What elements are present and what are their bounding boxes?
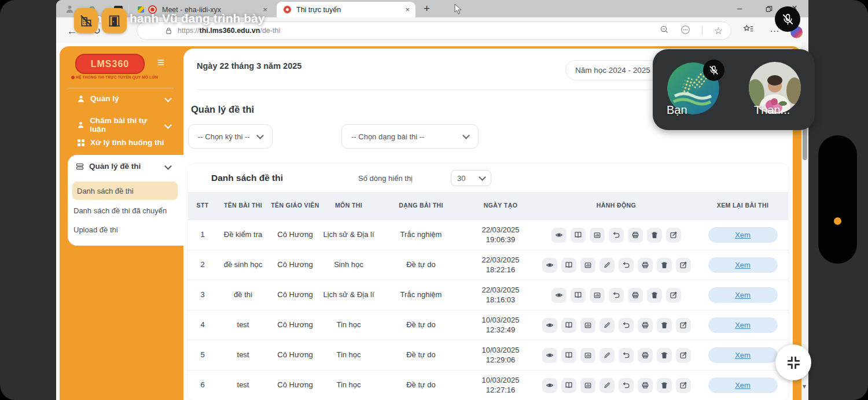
exam-type-select[interactable]: -- Chọn dạng bài thi -- [341, 124, 479, 149]
cell-actions [535, 348, 697, 363]
view-button[interactable]: Xem [708, 317, 778, 333]
view-detail-eye-icon[interactable] [542, 378, 557, 393]
undo-icon[interactable] [609, 228, 624, 243]
submenu-item-upload[interactable]: Upload đề thi [73, 225, 118, 234]
delete-trash-icon[interactable] [657, 348, 672, 363]
sidebar-hamburger-icon[interactable]: ≡ [157, 55, 164, 69]
delete-trash-icon[interactable] [647, 288, 662, 303]
edit-square-icon[interactable] [666, 288, 681, 303]
browser-profile-icon[interactable] [65, 5, 74, 16]
zoom-out-icon[interactable] [660, 25, 669, 36]
open-book-icon[interactable] [561, 258, 576, 273]
exit-fullscreen-button[interactable] [775, 345, 811, 380]
view-detail-eye-icon[interactable] [542, 318, 557, 333]
report-chart-icon[interactable] [590, 288, 605, 303]
col-ten-giao-vien: TÊN GIÁO VIÊN [269, 202, 321, 209]
open-book-icon[interactable] [561, 318, 576, 333]
stop-sharing-button[interactable] [74, 8, 98, 34]
submenu-item-danh-sach[interactable]: Danh sách đề thi [77, 187, 134, 195]
presenting-banner: hanh Vũ đang trình bày [130, 12, 264, 25]
self-mic-muted-badge [703, 60, 724, 81]
cell-actions [535, 228, 697, 243]
window-restore-button[interactable] [765, 5, 773, 15]
report-chart-icon[interactable] [580, 318, 595, 333]
tab-close-icon[interactable]: × [399, 5, 415, 14]
view-detail-eye-icon[interactable] [551, 228, 567, 243]
delete-trash-icon[interactable] [657, 258, 672, 273]
cell-exam-name: test [217, 350, 269, 360]
delete-trash-icon[interactable] [647, 228, 662, 243]
edit-pencil-icon[interactable] [599, 258, 615, 273]
cell-subject: Tin học [321, 380, 376, 390]
print-icon[interactable] [638, 318, 653, 333]
cell-view: Xem [697, 347, 788, 363]
view-detail-eye-icon[interactable] [551, 288, 567, 303]
print-icon[interactable] [638, 258, 653, 273]
edit-square-icon[interactable] [676, 348, 691, 363]
view-button[interactable]: Xem [708, 287, 778, 303]
cell-exam-name: Đề kiểm tra [217, 230, 269, 240]
open-book-icon[interactable] [561, 348, 576, 363]
sidebar-item-quan-ly[interactable]: Quản lý [77, 94, 174, 103]
view-button[interactable]: Xem [708, 347, 778, 363]
rows-per-page-select[interactable]: 30 [451, 170, 491, 186]
report-chart-icon[interactable] [580, 348, 595, 363]
lms360-logo[interactable]: LMS360 [75, 54, 145, 74]
undo-icon[interactable] [619, 378, 634, 393]
view-detail-eye-icon[interactable] [542, 348, 557, 363]
table-header-row: STT TÊN BÀI THI TÊN GIÁO VIÊN MÔN THI DẠ… [188, 192, 788, 220]
cell-stt: 2 [188, 260, 217, 270]
edit-square-icon[interactable] [666, 228, 681, 243]
collections-icon[interactable] [743, 24, 754, 37]
cell-teacher: Cô Hương [269, 380, 321, 390]
undo-icon[interactable] [619, 258, 634, 273]
exit-door-button[interactable] [102, 8, 127, 34]
cell-subject: Tin học [321, 350, 376, 360]
favorite-star-icon[interactable]: ☆ [714, 25, 723, 37]
report-chart-icon[interactable] [580, 378, 595, 393]
edit-square-icon[interactable] [676, 258, 691, 273]
cell-actions [535, 258, 697, 273]
open-book-icon[interactable] [571, 288, 586, 303]
edit-pencil-icon[interactable] [599, 378, 615, 393]
new-tab-button[interactable]: + [424, 2, 430, 15]
view-button[interactable]: Xem [708, 377, 778, 393]
print-icon[interactable] [628, 288, 643, 303]
view-button[interactable]: Xem [708, 227, 778, 243]
edit-square-icon[interactable] [676, 318, 691, 333]
edit-square-icon[interactable] [676, 378, 691, 393]
delete-trash-icon[interactable] [657, 378, 672, 393]
mic-muted-badge [775, 6, 800, 32]
report-chart-icon[interactable] [580, 258, 595, 273]
undo-icon[interactable] [619, 318, 634, 333]
scrollbar-down-arrow[interactable]: ▼ [801, 383, 807, 390]
sidebar-item-quan-ly-de-thi[interactable]: Quản lý đề thi [76, 162, 175, 171]
cell-actions [535, 378, 697, 393]
exam-period-select[interactable]: -- Chọn kỳ thi -- [188, 124, 273, 149]
current-date: Ngày 22 tháng 3 năm 2025 [197, 61, 301, 71]
sidebar-item-xu-ly[interactable]: Xử lý tình huống thi [77, 138, 174, 147]
undo-icon[interactable] [619, 348, 634, 363]
print-icon[interactable] [638, 378, 653, 393]
open-book-icon[interactable] [561, 378, 576, 393]
col-ten-bai-thi: TÊN BÀI THI [217, 202, 269, 209]
print-icon[interactable] [628, 228, 643, 243]
col-ngay-tao: NGÀY TẠO [466, 202, 535, 209]
window-minimize-button[interactable]: – [737, 2, 742, 14]
edit-pencil-icon[interactable] [599, 348, 615, 363]
cell-view: Xem [697, 227, 788, 243]
view-button[interactable]: Xem [708, 257, 778, 273]
undo-icon[interactable] [609, 288, 624, 303]
print-icon[interactable] [638, 348, 653, 363]
submenu-item-da-chuyen[interactable]: Danh sách đề thi đã chuyển [73, 206, 167, 215]
tab-thi-truc-tuyen[interactable]: Thi trực tuyến × [277, 2, 415, 17]
edit-pencil-icon[interactable] [599, 318, 615, 333]
reader-options-icon[interactable] [681, 25, 690, 37]
open-book-icon[interactable] [571, 228, 586, 243]
camera-cutout-pill [818, 135, 857, 264]
table-row: 5 test Cô Hương Tin học Đề tự do 10/03/2… [188, 340, 788, 370]
report-chart-icon[interactable] [590, 228, 605, 243]
delete-trash-icon[interactable] [657, 318, 672, 333]
sidebar-item-cham-bai[interactable]: Chấm bài thi tự luận [77, 116, 174, 134]
view-detail-eye-icon[interactable] [542, 258, 557, 273]
